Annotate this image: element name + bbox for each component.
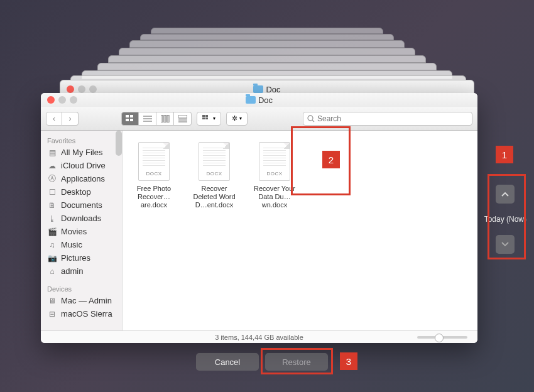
docx-file-icon: DOCX: [199, 142, 230, 181]
chevron-up-icon: [501, 192, 509, 197]
folder-icon: [246, 96, 256, 104]
timeline-up-button[interactable]: [496, 185, 515, 204]
sidebar-item-disk[interactable]: ⊟ macOS Sierra: [41, 307, 122, 320]
arrange-button[interactable]: ▾: [197, 112, 221, 126]
docx-file-icon: DOCX: [138, 142, 170, 181]
sidebar: Favorites ▤ All My Files ☁ iCloud Drive …: [41, 131, 123, 330]
file-item[interactable]: DOCX Recover Your Data Du…wn.docx: [247, 137, 302, 212]
svg-rect-3: [130, 119, 133, 121]
music-icon: ♫: [47, 241, 57, 249]
docx-file-icon: DOCX: [259, 142, 290, 181]
file-name: Free Photo Recover…are.docx: [129, 185, 179, 210]
close-traffic-light[interactable]: [67, 85, 74, 93]
sidebar-item-label: All My Files: [61, 148, 102, 157]
all-files-icon: ▤: [47, 148, 57, 157]
sidebar-item-label: Music: [61, 240, 82, 249]
sidebar-item-pictures[interactable]: 📷 Pictures: [41, 251, 122, 264]
sidebar-item-music[interactable]: ♫ Music: [41, 238, 122, 251]
zoom-traffic-light: [70, 96, 77, 104]
sidebar-header-favorites: Favorites: [41, 134, 122, 146]
sidebar-item-icloud[interactable]: ☁ iCloud Drive: [41, 159, 122, 172]
search-input[interactable]: [317, 114, 468, 123]
stacked-window: [119, 48, 415, 55]
stacked-window: [140, 34, 394, 40]
file-name: Recover Your Data Du…wn.docx: [249, 185, 300, 210]
titlebar: Doc: [41, 93, 477, 107]
svg-rect-14: [205, 115, 208, 117]
svg-rect-8: [164, 115, 166, 122]
sidebar-item-label: Applications: [61, 174, 105, 183]
desktop-icon: ☐: [47, 188, 57, 197]
apps-icon: Ⓐ: [47, 175, 57, 183]
cancel-button[interactable]: Cancel: [196, 353, 259, 371]
finder-window: Doc ‹ › ▾ ✲ ▾: [41, 93, 477, 343]
svg-rect-7: [161, 115, 163, 122]
sidebar-item-label: Downloads: [61, 214, 101, 223]
folder-icon: [253, 85, 263, 93]
stacked-window: [108, 55, 426, 63]
search-field[interactable]: [303, 112, 472, 126]
sidebar-item-all-files[interactable]: ▤ All My Files: [41, 146, 122, 159]
svg-rect-16: [205, 117, 208, 119]
file-badge: DOCX: [259, 171, 290, 177]
minimize-traffic-light: [78, 85, 85, 93]
sidebar-item-applications[interactable]: Ⓐ Applications: [41, 172, 122, 185]
chevron-down-icon: [501, 242, 509, 247]
nav-back-button[interactable]: ‹: [46, 112, 62, 126]
sidebar-item-label: Desktop: [61, 187, 91, 197]
mac-icon: 🖥: [47, 297, 57, 305]
sidebar-item-mac[interactable]: 🖥 Mac — Admin: [41, 294, 122, 307]
close-traffic-light[interactable]: [47, 96, 55, 104]
file-grid[interactable]: DOCX Free Photo Recover…are.docx DOCX Re…: [123, 131, 477, 330]
stacked-window: [129, 40, 405, 48]
file-badge: DOCX: [199, 171, 229, 177]
sidebar-item-admin[interactable]: ⌂ admin: [41, 264, 122, 278]
list-view-button[interactable]: [139, 112, 156, 126]
svg-point-17: [308, 116, 313, 121]
chevron-down-icon: ▾: [239, 116, 242, 121]
svg-rect-15: [202, 117, 205, 119]
chevron-down-icon: ▾: [213, 116, 215, 121]
timeline-down-button[interactable]: [496, 235, 515, 254]
stacked-window: [97, 63, 437, 70]
sidebar-item-label: iCloud Drive: [61, 161, 106, 170]
sidebar-item-documents[interactable]: 🗎 Documents: [41, 199, 122, 212]
sidebar-item-downloads[interactable]: ⭳ Downloads: [41, 212, 122, 225]
status-bar: 3 items, 144,44 GB available: [41, 330, 477, 343]
svg-rect-2: [126, 119, 129, 121]
restore-button[interactable]: Restore: [265, 353, 328, 371]
toolbar: ‹ › ▾ ✲ ▾: [41, 107, 477, 131]
home-icon: ⌂: [47, 267, 57, 276]
sidebar-item-label: Pictures: [61, 253, 90, 263]
window-title: Doc: [258, 95, 273, 105]
gear-icon: ✲: [232, 114, 237, 122]
file-name: Recover Deleted Word D…ent.docx: [189, 185, 239, 210]
downloads-icon: ⭳: [47, 214, 57, 223]
file-item[interactable]: DOCX Free Photo Recover…are.docx: [126, 137, 182, 212]
sidebar-item-desktop[interactable]: ☐ Desktop: [41, 185, 122, 199]
pictures-icon: 📷: [47, 254, 57, 263]
action-button[interactable]: ✲ ▾: [226, 112, 248, 126]
column-view-button[interactable]: [156, 112, 174, 126]
stacked-window: [151, 28, 383, 34]
documents-icon: 🗎: [47, 201, 57, 210]
timeline-label: Today (Now): [484, 215, 526, 224]
sidebar-item-movies[interactable]: 🎬 Movies: [41, 225, 122, 238]
scrollbar-thumb[interactable]: [116, 131, 122, 156]
sidebar-item-label: Movies: [61, 227, 87, 236]
movies-icon: 🎬: [47, 227, 57, 236]
icon-view-button[interactable]: [121, 112, 139, 126]
status-text: 3 items, 144,44 GB available: [215, 334, 303, 341]
svg-rect-13: [202, 115, 205, 117]
svg-rect-10: [178, 115, 187, 118]
file-item[interactable]: DOCX Recover Deleted Word D…ent.docx: [187, 137, 242, 212]
zoom-slider[interactable]: [417, 336, 467, 339]
coverflow-view-button[interactable]: [174, 112, 192, 126]
sidebar-header-devices: Devices: [41, 283, 122, 294]
view-mode-segmented[interactable]: [121, 112, 192, 126]
sidebar-item-label: macOS Sierra: [61, 309, 112, 318]
nav-forward-button[interactable]: ›: [62, 112, 79, 126]
file-badge: DOCX: [139, 171, 169, 177]
annotation-number-3: 3: [340, 352, 357, 370]
sidebar-item-label: Documents: [61, 200, 102, 210]
